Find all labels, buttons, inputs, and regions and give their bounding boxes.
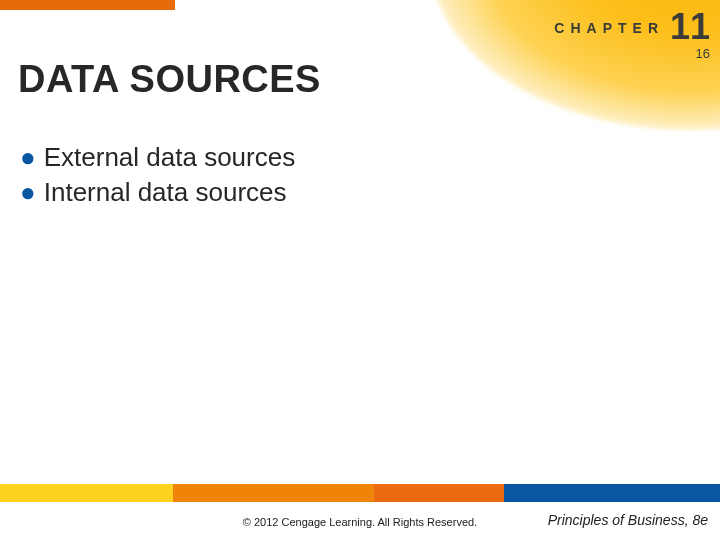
list-item: ● External data sources — [20, 140, 700, 175]
list-item-label: External data sources — [44, 140, 295, 175]
top-accent-bar — [0, 0, 175, 10]
list-item: ● Internal data sources — [20, 175, 700, 210]
slide-number: 16 — [696, 46, 710, 61]
slide: CHAPTER 11 16 DATA SOURCES ● External da… — [0, 0, 720, 540]
book-title: Principles of Business, 8e — [548, 512, 708, 528]
slide-title: DATA SOURCES — [18, 58, 321, 101]
footer-ribbon — [0, 484, 720, 502]
bullet-list: ● External data sources ● Internal data … — [20, 140, 700, 210]
list-item-label: Internal data sources — [44, 175, 287, 210]
bullet-icon: ● — [20, 175, 36, 210]
bullet-icon: ● — [20, 140, 36, 175]
chapter-number: 11 — [670, 6, 710, 48]
chapter-label: CHAPTER — [554, 20, 664, 36]
